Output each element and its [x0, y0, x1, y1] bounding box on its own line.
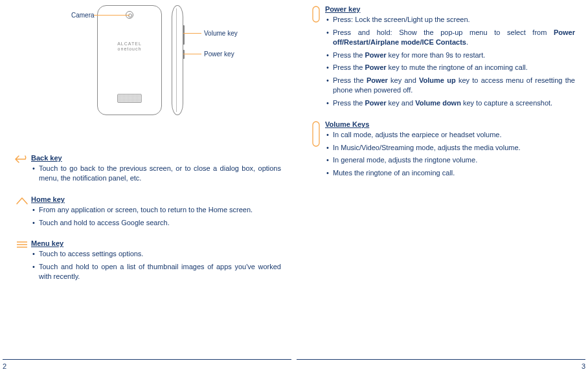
list-item: From any application or screen, touch to…	[32, 205, 281, 215]
page-left: ALCATEL onetouch Camera Volume key Power…	[0, 0, 294, 374]
list-item: Touch and hold to access Google search.	[32, 218, 281, 228]
section-title: Volume Keys	[325, 120, 575, 128]
leader-line	[94, 15, 130, 16]
menu-key-icon	[13, 239, 31, 249]
list-item: In Music/Video/Streaming mode, adjusts t…	[326, 143, 575, 153]
text: Press the	[333, 76, 367, 84]
brand-line2: onetouch	[118, 47, 142, 51]
phone-back-outline: ALCATEL onetouch	[97, 5, 162, 115]
list-item: Touch to access settings options.	[32, 249, 281, 259]
page-right: Power key Press: Lock the screen/Light u…	[294, 0, 588, 374]
speaker-grill-icon	[117, 94, 142, 103]
section-menu-key: Menu key Touch to access settings option…	[13, 239, 281, 285]
list-item: Press: Lock the screen/Light up the scre…	[326, 15, 575, 25]
bullet-list: Touch to access settings options. Touch …	[31, 249, 281, 281]
list-item: Mutes the ringtone of an incoming call.	[326, 168, 575, 178]
section-body: Home key From any application or screen,…	[31, 195, 281, 231]
section-title: Back key	[31, 154, 281, 162]
text: key and	[387, 99, 416, 107]
bullet-list: In call mode, adjusts the earpiece or he…	[325, 130, 575, 178]
home-key-icon	[13, 195, 31, 205]
list-item: Touch and hold to open a list of thumbna…	[32, 262, 281, 281]
section-volume-keys: Volume Keys In call mode, adjusts the ea…	[307, 120, 575, 181]
brand-text: ALCATEL onetouch	[98, 41, 161, 51]
leader-line	[183, 33, 201, 34]
text: key and	[388, 76, 419, 84]
text: key for more than 9s to restart.	[387, 51, 486, 59]
callout-camera: Camera	[71, 12, 95, 19]
bold-text: Power	[365, 51, 387, 59]
text: Press and hold: Show the pop-up menu to …	[333, 28, 554, 36]
bold-text: Volume down	[415, 99, 461, 107]
callout-volume: Volume key	[204, 30, 238, 37]
list-item: Press and hold: Show the pop-up menu to …	[326, 28, 575, 47]
list-item: Press the Power key for more than 9s to …	[326, 50, 575, 60]
page-number-left: 2	[3, 362, 6, 370]
section-back-key: Back key Touch to go back to the previou…	[13, 154, 281, 186]
brand-line1: ALCATEL	[117, 41, 142, 46]
bold-text: Volume up	[419, 76, 456, 84]
section-title: Power key	[325, 5, 575, 13]
bullet-list: Touch to go back to the previous screen,…	[31, 164, 281, 183]
text: key to capture a screenshot.	[461, 99, 552, 107]
section-title: Home key	[31, 195, 281, 203]
section-title: Menu key	[31, 239, 281, 247]
bold-text: Power	[365, 63, 387, 71]
callout-power: Power key	[204, 50, 234, 58]
text: .	[466, 38, 468, 46]
leader-line	[183, 54, 201, 54]
section-home-key: Home key From any application or screen,…	[13, 195, 281, 231]
list-item: Press the Power key and Volume up key to…	[326, 76, 575, 95]
section-body: Volume Keys In call mode, adjusts the ea…	[325, 120, 575, 181]
page-number-right: 3	[582, 362, 585, 370]
bold-text: Power	[367, 76, 388, 84]
text: Press the	[333, 63, 365, 71]
list-item: Press the Power key and Volume down key …	[326, 98, 575, 108]
bullet-list: From any application or screen, touch to…	[31, 205, 281, 228]
bold-text: Power	[365, 99, 387, 107]
text: Press the	[333, 99, 365, 107]
list-item: In call mode, adjusts the earpiece or he…	[326, 130, 575, 140]
list-item: In general mode, adjusts the ringtone vo…	[326, 155, 575, 165]
phone-diagram: ALCATEL onetouch Camera Volume key Power…	[71, 5, 281, 122]
phone-side-outline	[172, 5, 183, 115]
section-body: Power key Press: Lock the screen/Light u…	[325, 5, 575, 111]
section-power-key: Power key Press: Lock the screen/Light u…	[307, 5, 575, 111]
power-key-icon	[307, 5, 325, 23]
text: Press the	[333, 51, 365, 59]
svg-rect-4	[313, 122, 319, 146]
volume-button-icon	[183, 25, 185, 45]
svg-rect-3	[313, 6, 319, 22]
back-key-icon	[13, 154, 31, 164]
bullet-list: Press: Lock the screen/Light up the scre…	[325, 15, 575, 108]
list-item: Press the Power key to mute the ringtone…	[326, 63, 575, 72]
power-button-icon	[183, 50, 185, 59]
footer-rule	[3, 359, 291, 360]
footer-rule	[297, 359, 585, 360]
volume-keys-icon	[307, 120, 325, 147]
section-body: Back key Touch to go back to the previou…	[31, 154, 281, 186]
text: key to mute the ringtone of an incoming …	[387, 63, 528, 71]
list-item: Touch to go back to the previous screen,…	[32, 164, 281, 183]
section-body: Menu key Touch to access settings option…	[31, 239, 281, 285]
